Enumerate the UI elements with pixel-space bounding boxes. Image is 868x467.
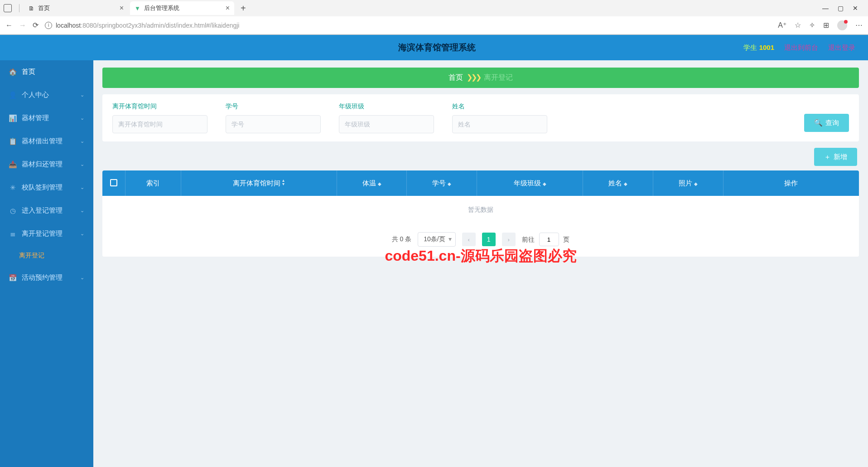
sort-icon[interactable]: ◆ — [694, 182, 698, 186]
sidebar-item-label: 个人中心 — [22, 91, 49, 99]
page-icon: 🗎 — [29, 5, 34, 12]
breadcrumb-current: 离开登记 — [484, 73, 513, 81]
class-input[interactable] — [339, 115, 434, 133]
table-header-row: 索引 离开体育馆时间▴▾ 体温◆ 学号◆ 年级班级◆ 姓名◆ 照片◆ 操作 — [102, 170, 859, 196]
plus-icon: ＋ — [824, 153, 831, 161]
chevron-down-icon: ⌄ — [80, 275, 84, 281]
prev-page-button[interactable]: ‹ — [462, 233, 476, 246]
field-label: 姓名 — [452, 102, 547, 111]
name-input[interactable] — [452, 115, 547, 133]
add-button-label: 新增 — [834, 153, 847, 161]
field-label: 年级班级 — [339, 102, 434, 111]
sort-icon[interactable]: ◆ — [624, 182, 627, 186]
read-aloud-icon[interactable]: A⁺ — [778, 21, 786, 29]
goto-front-link[interactable]: 退出到前台 — [784, 44, 818, 52]
search-button[interactable]: 🔍 查询 — [804, 114, 849, 132]
back-button[interactable]: ← — [5, 21, 13, 29]
search-icon: 🔍 — [814, 119, 823, 127]
field-label: 学号 — [226, 102, 321, 111]
add-button[interactable]: ＋ 新增 — [814, 148, 857, 166]
sidebar-item-label: 器材借出管理 — [22, 137, 63, 146]
list-icon: 📋 — [9, 137, 16, 146]
tab-overview-icon[interactable] — [4, 4, 12, 12]
chevron-down-icon: ⌄ — [80, 185, 84, 190]
leave-time-input[interactable] — [112, 115, 207, 133]
col-checkbox[interactable] — [102, 170, 125, 196]
collections-icon[interactable]: ⊞ — [823, 21, 829, 29]
home-icon: 🏠 — [9, 68, 16, 76]
forward-button: → — [19, 21, 26, 29]
sidebar-item-label: 校队签到管理 — [22, 183, 63, 192]
sort-icon[interactable]: ◆ — [448, 182, 451, 186]
total-count: 共 0 条 — [392, 235, 412, 243]
site-info-icon[interactable]: i — [45, 22, 52, 29]
close-window-button[interactable]: ✕ — [853, 5, 858, 12]
sidebar-subitem-leave-register[interactable]: 离开登记 — [0, 245, 93, 266]
sidebar-item-enter[interactable]: ◷ 进入登记管理 ⌄ — [0, 199, 93, 222]
goto-page: 前往 页 — [522, 233, 570, 246]
user-icon: 👤 — [9, 91, 16, 99]
field-class: 年级班级 — [339, 102, 434, 133]
sidebar-item-label: 器材归还管理 — [22, 160, 63, 169]
col-actions: 操作 — [723, 170, 859, 196]
student-id-input[interactable] — [226, 115, 321, 133]
url-path: :8080/springboot2yx3h/admin/dist/index.h… — [81, 22, 239, 29]
inbox-icon: 📥 — [9, 161, 16, 169]
breadcrumb-home[interactable]: 首页 — [448, 73, 463, 81]
goto-input[interactable] — [539, 233, 559, 246]
browser-tab-1[interactable]: 🗎 首页 × — [24, 1, 128, 15]
tab-title: 后台管理系统 — [144, 4, 179, 12]
sidebar-item-label: 器材管理 — [22, 114, 49, 122]
page-number[interactable]: 1 — [482, 233, 496, 246]
sidebar-item-checkin[interactable]: ✳ 校队签到管理 ⌄ — [0, 176, 93, 199]
next-page-button[interactable]: › — [502, 233, 516, 246]
sort-icon[interactable]: ▴▾ — [282, 179, 285, 186]
sidebar-item-return[interactable]: 📥 器材归还管理 ⌄ — [0, 153, 93, 176]
favorite-icon[interactable]: ☆ — [795, 21, 801, 29]
sidebar-item-borrow[interactable]: 📋 器材借出管理 ⌄ — [0, 130, 93, 153]
checkbox-icon[interactable] — [110, 179, 117, 186]
sidebar-item-label: 首页 — [22, 68, 35, 76]
sidebar-item-profile[interactable]: 👤 个人中心 ⌄ — [0, 83, 93, 107]
chevron-down-icon: ⌄ — [80, 208, 84, 214]
page-title: 海滨体育馆管理系统 — [130, 42, 743, 54]
main-content: 首页 ❯❯❯ 离开登记 离开体育馆时间 学号 年级班级 姓名 — [93, 60, 868, 467]
more-icon[interactable]: ⋯ — [855, 21, 863, 29]
sidebar-item-leave[interactable]: ≣ 离开登记管理 ⌄ — [0, 222, 93, 245]
url-input[interactable]: i localhost:8080/springboot2yx3h/admin/d… — [45, 22, 772, 29]
app-root: 海滨体育馆管理系统 学生 1001 退出到前台 退出登录 🏠 首页 👤 个人中心… — [0, 35, 868, 467]
page-size-select[interactable]: 10条/页 — [418, 232, 455, 247]
clock-icon: ◷ — [9, 207, 16, 215]
browser-tab-2[interactable]: ▼ 后台管理系统 × — [130, 1, 234, 15]
breadcrumb-separator-icon: ❯❯❯ — [467, 73, 480, 81]
logout-link[interactable]: 退出登录 — [828, 44, 855, 52]
favorites-bar-icon[interactable]: ✧ — [809, 21, 815, 29]
sort-icon[interactable]: ◆ — [378, 182, 381, 186]
minimize-button[interactable]: — — [822, 5, 829, 12]
field-label: 离开体育馆时间 — [112, 102, 207, 111]
col-name: 姓名◆ — [583, 170, 653, 196]
user-id: 1001 — [759, 44, 774, 51]
goto-label: 前往 — [522, 236, 535, 243]
sort-icon[interactable]: ◆ — [543, 182, 546, 186]
field-leave-time: 离开体育馆时间 — [112, 102, 207, 133]
chart-icon: 📊 — [9, 114, 16, 122]
sidebar-item-equipment[interactable]: 📊 器材管理 ⌄ — [0, 107, 93, 130]
chevron-down-icon: ⌄ — [80, 161, 84, 167]
sidebar-item-activity[interactable]: 📅 活动预约管理 ⌄ — [0, 266, 93, 289]
close-icon[interactable]: × — [120, 4, 124, 12]
maximize-button[interactable]: ▢ — [838, 5, 844, 12]
col-index: 索引 — [125, 170, 181, 196]
close-icon[interactable]: × — [226, 4, 230, 12]
new-tab-button[interactable]: + — [236, 3, 251, 14]
sidebar-item-home[interactable]: 🏠 首页 — [0, 60, 93, 83]
refresh-button[interactable]: ⟳ — [33, 21, 39, 29]
calendar-icon: 📅 — [9, 274, 16, 282]
chevron-down-icon: ⌄ — [80, 115, 84, 121]
tab-bar: 🗎 首页 × ▼ 后台管理系统 × + — ▢ ✕ — [0, 0, 868, 16]
window-controls: — ▢ ✕ — [822, 5, 864, 12]
profile-avatar[interactable] — [837, 20, 847, 30]
vue-icon: ▼ — [135, 5, 140, 12]
browser-chrome: 🗎 首页 × ▼ 后台管理系统 × + — ▢ ✕ ← → ⟳ i localh… — [0, 0, 868, 35]
sidebar: 🏠 首页 👤 个人中心 ⌄ 📊 器材管理 ⌄ 📋 器材借出管理 ⌄ 📥 器材归还… — [0, 60, 93, 467]
